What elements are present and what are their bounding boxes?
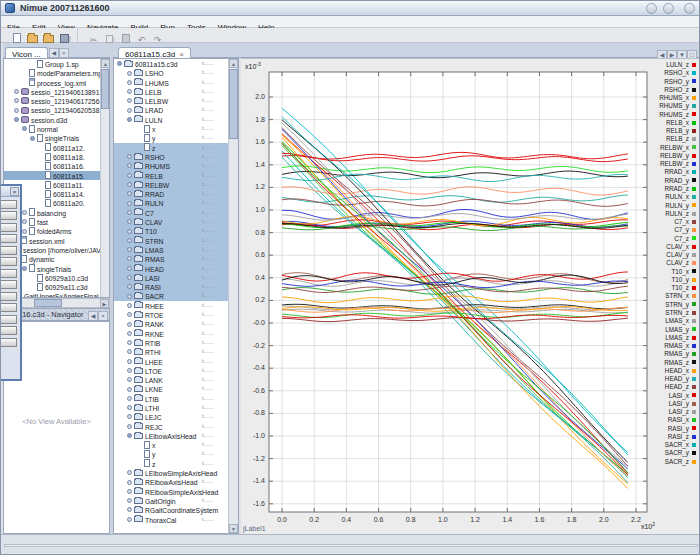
tree-item-lhee[interactable]: LHEEt...... (114, 357, 230, 366)
tree-item-lelbowaxishead[interactable]: LElbowAxisHeadt...... (114, 431, 230, 440)
tree-item-rrad[interactable]: RRADt...... (114, 189, 230, 198)
scrollbar-thumb[interactable] (229, 69, 238, 139)
expand-handle-icon[interactable] (127, 154, 132, 159)
window-minimize-button[interactable] (646, 3, 657, 14)
minimize-panel-icon[interactable]: ◀ (88, 311, 98, 321)
tree-item-rthi[interactable]: RTHIt...... (114, 347, 230, 356)
tree-item-rasi[interactable]: RASIt...... (114, 282, 230, 291)
expand-handle-icon[interactable] (127, 191, 132, 196)
expand-handle-icon[interactable] (127, 182, 132, 187)
open-project-button[interactable] (41, 29, 56, 42)
palette-header[interactable]: × (0, 186, 20, 197)
tree-item-x[interactable]: xt...... (114, 440, 230, 449)
expand-handle-icon[interactable] (127, 238, 132, 243)
title-bar[interactable]: Nimue 200711261600 (1, 1, 700, 16)
window-maximize-button[interactable] (663, 3, 674, 14)
expand-handle-icon[interactable] (127, 173, 132, 178)
tree-item-lthi[interactable]: LTHIt...... (114, 403, 230, 412)
tree-item-lhums[interactable]: LHUMSt...... (114, 78, 230, 87)
tree-item-rejc[interactable]: REJCt...... (114, 422, 230, 431)
tree-item-relbowaxishead[interactable]: RElbowAxisHeadt...... (114, 477, 230, 486)
signal-tree-vscrollbar[interactable]: ▲ ▼ (228, 59, 238, 533)
tree-item-60811a18-[interactable]: 60811a18. (4, 152, 109, 161)
expand-handle-icon[interactable] (127, 80, 132, 85)
tree-item-relbw[interactable]: RELBWt...... (114, 180, 230, 189)
tree-item-y[interactable]: yt...... (114, 449, 230, 458)
chart-plot[interactable] (241, 59, 699, 534)
collapse-handle-icon[interactable] (30, 136, 35, 141)
expand-handle-icon[interactable] (127, 498, 132, 503)
expand-handle-icon[interactable] (127, 340, 132, 345)
expand-handle-icon[interactable] (127, 517, 132, 522)
projects-tree-vscrollbar[interactable]: ▲ (100, 59, 109, 297)
tree-item-60811a15-[interactable]: 60811a15. (4, 171, 109, 180)
expand-handle-icon[interactable] (127, 387, 132, 392)
tree-item-lmas[interactable]: LMASt...... (114, 245, 230, 254)
palette-button[interactable] (0, 223, 17, 232)
tree-item-lank[interactable]: LANKt...... (114, 375, 230, 384)
collapse-handle-icon[interactable] (117, 61, 122, 66)
tree-item-singletrials[interactable]: singleTrials (4, 133, 109, 142)
tree-item-rmas[interactable]: RMASt...... (114, 254, 230, 263)
tree-item-lejc[interactable]: LEJCt...... (114, 412, 230, 421)
expand-handle-icon[interactable] (127, 256, 132, 261)
dock-pin-icon[interactable]: ◀ (49, 48, 59, 58)
collapse-handle-icon[interactable] (14, 117, 19, 122)
scroll-up-icon[interactable]: ▲ (229, 59, 238, 68)
tree-item-rsho[interactable]: RSHOt...... (114, 152, 230, 161)
tree-item-rkne[interactable]: RKNEt...... (114, 329, 230, 338)
palette-button[interactable] (0, 257, 17, 266)
expand-handle-icon[interactable] (127, 201, 132, 206)
expand-handle-icon[interactable] (22, 219, 27, 224)
tree-item-normal[interactable]: normal (4, 124, 109, 133)
scroll-right-icon[interactable]: ▶ (100, 299, 109, 308)
expand-handle-icon[interactable] (127, 71, 132, 76)
tree-item-60811a16-[interactable]: 60811a16. (4, 161, 109, 170)
expand-handle-icon[interactable] (127, 266, 132, 271)
palette-close-icon[interactable]: × (10, 187, 19, 196)
tree-item-rank[interactable]: RANKt...... (114, 319, 230, 328)
window-close-button[interactable] (684, 3, 695, 14)
palette-button[interactable] (0, 280, 17, 289)
tree-item-y[interactable]: yt...... (114, 133, 230, 142)
expand-handle-icon[interactable] (22, 229, 27, 234)
tree-item-relb[interactable]: RELBt...... (114, 171, 230, 180)
tree-item-luln[interactable]: LULNt...... (114, 115, 230, 124)
tree-item-process-log-xml[interactable]: process_log.xml (4, 78, 109, 87)
palette-button[interactable] (0, 269, 17, 278)
tree-item-lelbw[interactable]: LELBWt...... (114, 96, 230, 105)
tree-item-ltib[interactable]: LTIBt...... (114, 394, 230, 403)
collapse-handle-icon[interactable] (22, 266, 27, 271)
collapse-handle-icon[interactable] (127, 117, 132, 122)
palette-button[interactable] (0, 326, 17, 335)
tree-item-lsho[interactable]: LSHOt...... (114, 68, 230, 77)
tree-item-z[interactable]: zt...... (114, 143, 230, 152)
expand-handle-icon[interactable] (127, 229, 132, 234)
tree-item-sacr[interactable]: SACRt...... (114, 291, 230, 300)
tree-item-lkne[interactable]: LKNEt...... (114, 384, 230, 393)
tree-item-session-d3d[interactable]: session.d3d (4, 115, 109, 124)
expand-handle-icon[interactable] (14, 98, 19, 103)
save-all-button[interactable] (57, 29, 72, 42)
tree-item-relbowsimpleaxishead[interactable]: RElbowSimpleAxisHeadt...... (114, 487, 230, 496)
tree-item-modelparameters-mp[interactable]: modelParameters.mp (4, 68, 109, 77)
expand-handle-icon[interactable] (127, 349, 132, 354)
palette-button[interactable] (0, 292, 17, 301)
expand-handle-icon[interactable] (127, 108, 132, 113)
expand-handle-icon[interactable] (127, 377, 132, 382)
expand-handle-icon[interactable] (127, 275, 132, 280)
tree-item-z[interactable]: zt...... (114, 459, 230, 468)
tree-item-ruln[interactable]: RULNt...... (114, 198, 230, 207)
panel-close-icon[interactable]: × (59, 48, 69, 58)
tree-item-head[interactable]: HEADt...... (114, 264, 230, 273)
expand-handle-icon[interactable] (127, 489, 132, 494)
new-file-button[interactable] (9, 29, 24, 42)
tree-item-rhums[interactable]: RHUMSt...... (114, 161, 230, 170)
new-project-button[interactable] (25, 29, 40, 42)
scroll-down-icon[interactable]: ▼ (229, 524, 238, 533)
expand-handle-icon[interactable] (127, 98, 132, 103)
expand-handle-icon[interactable] (127, 424, 132, 429)
expand-handle-icon[interactable] (127, 284, 132, 289)
tree-item-gaitorigin[interactable]: GaitOrigint...... (114, 496, 230, 505)
scrollbar-thumb[interactable] (101, 69, 109, 109)
